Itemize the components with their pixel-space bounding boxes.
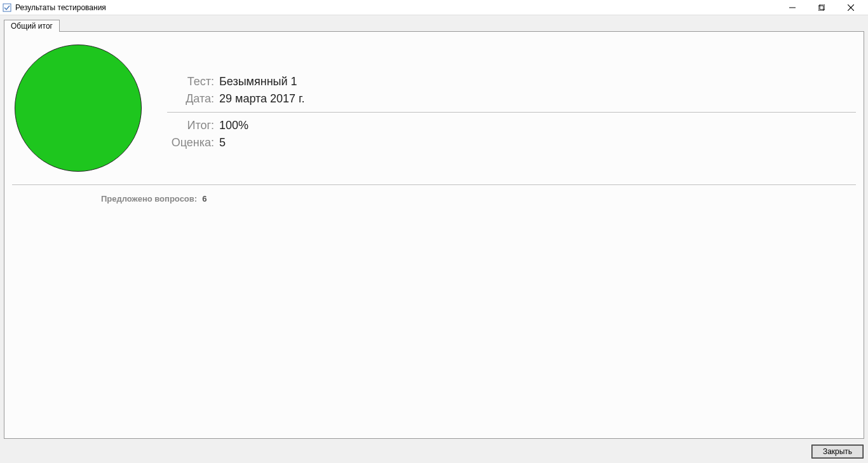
app-window: Результаты тестирования Общий итог [0, 0, 868, 463]
titlebar: Результаты тестирования [0, 0, 868, 15]
tab-overall-result[interactable]: Общий итог [4, 20, 60, 32]
date-row: Дата: 29 марта 2017 г. [167, 92, 856, 106]
result-pie-chart [15, 45, 142, 172]
summary-block: Тест: Безымянный 1 Дата: 29 марта 2017 г… [12, 39, 856, 182]
tabs-row: Общий итог [4, 19, 864, 31]
content-area: Общий итог Тест: Безымянный 1 Дата: 29 м… [0, 15, 868, 443]
result-value: 100% [219, 119, 248, 132]
window-title: Результаты тестирования [15, 3, 778, 12]
result-label: Итог: [167, 119, 214, 132]
date-label: Дата: [167, 92, 214, 106]
questions-row: Предложено вопросов: 6 [12, 191, 856, 204]
result-row: Итог: 100% [167, 119, 856, 132]
pie-chart-container [12, 45, 142, 172]
questions-value: 6 [202, 194, 207, 204]
grade-value: 5 [219, 136, 226, 149]
date-value: 29 марта 2017 г. [219, 92, 305, 106]
questions-label: Предложено вопросов: [101, 194, 197, 204]
footer: Закрыть [0, 443, 868, 463]
window-controls [778, 0, 865, 15]
maximize-button[interactable] [807, 0, 836, 15]
test-name-row: Тест: Безымянный 1 [167, 75, 856, 88]
app-icon [3, 3, 11, 12]
svg-rect-3 [820, 4, 825, 10]
svg-rect-0 [3, 4, 11, 11]
section-divider [12, 184, 856, 185]
svg-rect-2 [818, 6, 824, 11]
grade-row: Оценка: 5 [167, 136, 856, 149]
divider [167, 112, 856, 113]
close-window-button[interactable] [836, 0, 865, 15]
test-value: Безымянный 1 [219, 75, 297, 88]
details: Тест: Безымянный 1 Дата: 29 марта 2017 г… [167, 45, 856, 172]
tab-panel: Тест: Безымянный 1 Дата: 29 марта 2017 г… [4, 31, 864, 439]
grade-label: Оценка: [167, 136, 214, 149]
test-label: Тест: [167, 75, 214, 88]
close-button[interactable]: Закрыть [812, 445, 863, 458]
minimize-button[interactable] [778, 0, 807, 15]
